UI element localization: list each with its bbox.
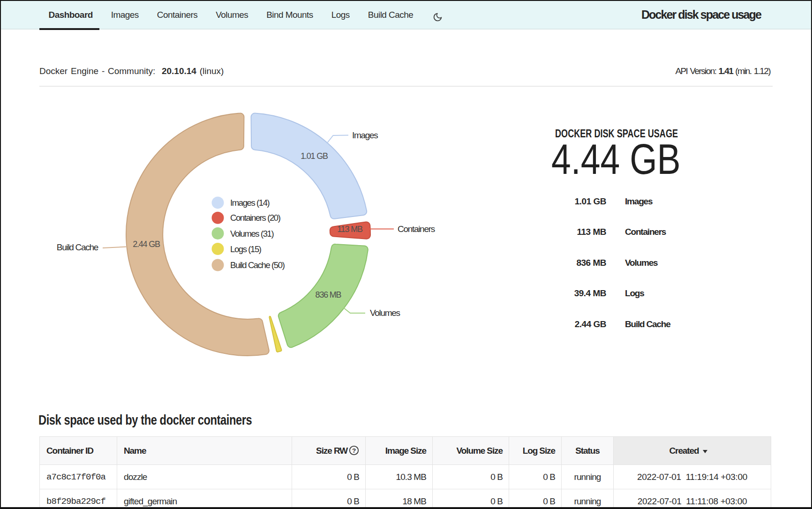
svg-text:2.44 GB: 2.44 GB — [133, 240, 160, 249]
svg-text:Images (14): Images (14) — [230, 198, 270, 208]
svg-text:Build Cache (50): Build Cache (50) — [230, 260, 285, 270]
svg-text:Images: Images — [352, 130, 378, 140]
svg-text:Containers: Containers — [398, 224, 435, 234]
svg-text:1.01 GB: 1.01 GB — [301, 151, 328, 161]
svg-text:836 MB: 836 MB — [316, 290, 342, 299]
svg-text:Volumes (31): Volumes (31) — [230, 229, 274, 239]
svg-text:Logs (15): Logs (15) — [230, 244, 262, 254]
svg-text:Volumes: Volumes — [370, 308, 400, 318]
svg-text:Containers (20): Containers (20) — [230, 213, 281, 223]
svg-text:Build Cache: Build Cache — [57, 242, 98, 252]
svg-text:113 MB: 113 MB — [337, 225, 363, 234]
